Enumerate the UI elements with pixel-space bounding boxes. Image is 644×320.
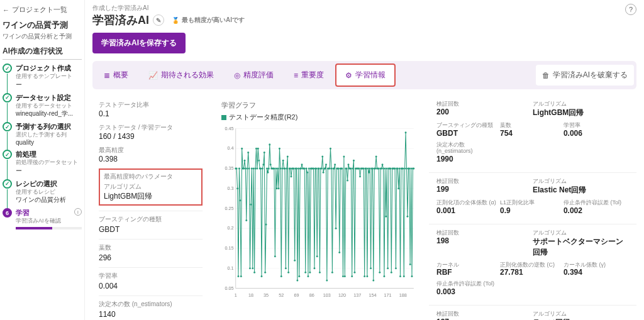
step-val: winequality-red_学... bbox=[16, 109, 82, 118]
svg-point-180 bbox=[367, 167, 369, 169]
trash-icon: 🗑 bbox=[542, 71, 550, 80]
result-k: 検証回数 bbox=[436, 229, 533, 236]
svg-point-220 bbox=[403, 275, 405, 277]
svg-point-106 bbox=[301, 163, 303, 165]
tab-importance[interactable]: ≡重要度 bbox=[285, 65, 333, 86]
svg-point-179 bbox=[366, 275, 368, 277]
arrow-left-icon: ← bbox=[3, 6, 9, 14]
result-kv: 検証回数198 bbox=[436, 229, 533, 258]
step-name: 前処理 bbox=[16, 150, 36, 159]
step-3[interactable]: ✓ 前処理 前処理後のデータセット ー bbox=[3, 150, 82, 175]
tab-overview-label: 概要 bbox=[113, 70, 128, 80]
result-v: RBF bbox=[436, 268, 500, 277]
edit-icon[interactable]: ✎ bbox=[153, 14, 164, 26]
svg-point-125 bbox=[318, 167, 320, 169]
svg-point-156 bbox=[346, 167, 348, 169]
svg-point-139 bbox=[330, 167, 332, 169]
svg-point-103 bbox=[298, 275, 300, 277]
step-dot: ✓ bbox=[3, 93, 12, 102]
svg-point-93 bbox=[289, 167, 291, 169]
chart-svg: 0.050.10.150.20.250.30.350.40.4511835526… bbox=[221, 124, 416, 301]
tab-row: ≣概要 📈期待される効果 ◎精度評価 ≡重要度 ⚙学習情報 🗑学習済みAIを破棄… bbox=[92, 61, 636, 89]
svg-point-71 bbox=[270, 163, 272, 165]
progress-steps: ✓ プロジェクト作成 使用するテンプレート ー ✓ データセット設定 使用するデ… bbox=[3, 63, 82, 229]
step-dot: ✓ bbox=[3, 150, 12, 159]
svg-point-158 bbox=[348, 163, 350, 165]
result-kv: 停止条件許容誤差 (Tol)0.002 bbox=[564, 199, 627, 215]
svg-point-226 bbox=[408, 167, 410, 169]
left-panel: テストデータ比率0.1テストデータ / 学習データ160 / 1439最高精度0… bbox=[92, 96, 209, 320]
save-button[interactable]: 学習済みAIを保存する bbox=[92, 33, 186, 53]
left-v: 160 / 1439 bbox=[99, 132, 203, 141]
left-k: テストデータ比率 bbox=[99, 101, 203, 109]
result-k: L1正則化比率 bbox=[500, 199, 564, 206]
main: ? 作成した学習済みAI 学習済みAI ✎ 🏅 最も精度が高いAIです 学習済み… bbox=[85, 0, 644, 320]
step-name: データセット設定 bbox=[16, 93, 71, 102]
result-kv: アルゴリズムLightGBM回帰 bbox=[533, 101, 629, 118]
tab-overview[interactable]: ≣概要 bbox=[95, 65, 137, 86]
result-v: 27.781 bbox=[500, 268, 564, 277]
chart-panel: 学習グラフ テストデータ精度(R2) 0.050.10.150.20.250.3… bbox=[215, 96, 423, 320]
result-kv: アルゴリズムサポートベクターマシーン回帰 bbox=[533, 229, 629, 258]
result-kv: アルゴリズムElastic Net回帰 bbox=[533, 178, 629, 196]
result-kv: ブースティングの種類GBDT bbox=[436, 122, 500, 138]
svg-point-186 bbox=[372, 279, 374, 281]
tab-effect[interactable]: 📈期待される効果 bbox=[140, 65, 223, 86]
svg-point-178 bbox=[365, 167, 367, 169]
info-icon[interactable]: i bbox=[74, 208, 82, 216]
svg-point-63 bbox=[262, 163, 264, 165]
help-icon[interactable]: ? bbox=[625, 4, 636, 15]
step-4[interactable]: ✓ レシピの選択 使用するレシピ ワインの品質分析 bbox=[3, 179, 82, 205]
result-k: カーネル bbox=[436, 262, 500, 268]
step-0[interactable]: ✓ プロジェクト作成 使用するテンプレート ー bbox=[3, 63, 82, 89]
svg-point-181 bbox=[368, 172, 370, 174]
result-kv: 検証回数197 bbox=[436, 311, 533, 320]
discard-button[interactable]: 🗑学習済みAIを破棄する bbox=[536, 65, 634, 86]
medal-label: 最も精度が高いAIです bbox=[182, 16, 245, 25]
svg-text:69: 69 bbox=[294, 292, 299, 297]
svg-point-122 bbox=[315, 167, 317, 169]
target-icon: ◎ bbox=[234, 71, 240, 80]
svg-point-57 bbox=[257, 148, 259, 150]
svg-point-38 bbox=[240, 275, 242, 277]
svg-point-229 bbox=[411, 275, 413, 277]
svg-point-164 bbox=[353, 160, 355, 162]
svg-point-196 bbox=[382, 163, 384, 165]
step-5[interactable]: 6 学習i 学習済みAIを確認 bbox=[3, 208, 82, 229]
svg-point-35 bbox=[238, 275, 240, 277]
svg-point-83 bbox=[280, 275, 282, 277]
result-k: 葉数 bbox=[500, 122, 564, 129]
svg-point-49 bbox=[250, 204, 252, 206]
left-param-k: 決定木の数 (n_estimators) bbox=[99, 295, 203, 309]
result-v: 197 bbox=[436, 317, 533, 320]
result-kv: 葉数754 bbox=[500, 122, 564, 138]
svg-point-185 bbox=[372, 167, 374, 169]
svg-point-91 bbox=[287, 272, 289, 273]
best-algo-value: LightGBM回帰 bbox=[104, 191, 197, 202]
step-desc: 使用するテンプレート bbox=[16, 73, 82, 80]
svg-point-205 bbox=[389, 167, 391, 169]
left-param: 葉数296 bbox=[99, 239, 203, 262]
svg-text:0.2: 0.2 bbox=[228, 225, 234, 231]
result-v: 0.002 bbox=[564, 206, 627, 215]
result-k: 検証回数 bbox=[436, 311, 533, 317]
best-param-box: 最高精度時のパラメータ アルゴリズム LightGBM回帰 bbox=[99, 168, 203, 206]
step-2[interactable]: ✓ 予測する列の選択 選択した予測する列 quality bbox=[3, 122, 82, 146]
svg-point-211 bbox=[395, 267, 397, 269]
result-kv: 検証回数199 bbox=[436, 178, 533, 196]
svg-point-153 bbox=[343, 155, 345, 157]
tab-accuracy[interactable]: ◎精度評価 bbox=[225, 65, 282, 86]
svg-point-98 bbox=[294, 260, 296, 262]
svg-point-132 bbox=[325, 167, 326, 169]
result-k: 正則化項の全体係数 (α) bbox=[436, 199, 500, 206]
step-desc: 前処理後のデータセット bbox=[16, 159, 82, 167]
svg-point-165 bbox=[353, 272, 355, 273]
svg-point-97 bbox=[293, 167, 295, 169]
tab-learning[interactable]: ⚙学習情報 bbox=[335, 63, 396, 87]
svg-point-33 bbox=[236, 167, 238, 169]
svg-point-133 bbox=[325, 163, 327, 165]
result-k: カーネル係数 (γ) bbox=[564, 262, 627, 268]
svg-point-78 bbox=[276, 187, 278, 189]
back-link[interactable]: ← プロジェクト一覧 bbox=[3, 5, 82, 14]
step-1[interactable]: ✓ データセット設定 使用するデータセット winequality-red_学.… bbox=[3, 93, 82, 119]
